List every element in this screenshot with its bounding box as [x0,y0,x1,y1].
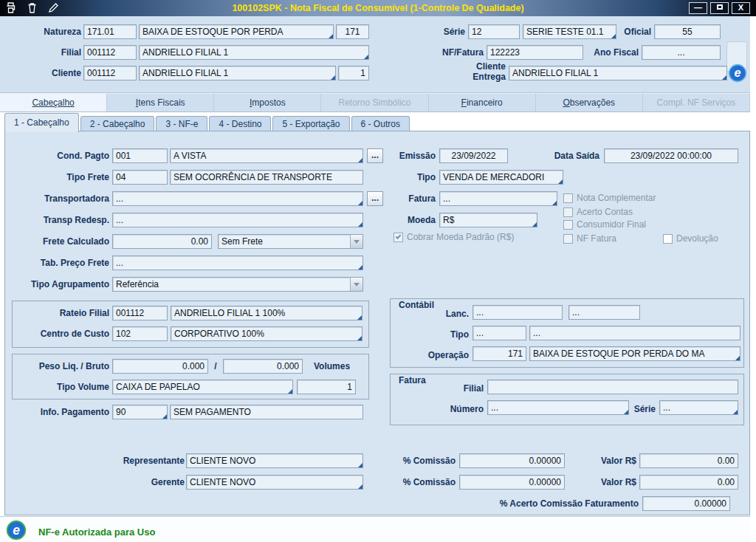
data-saida-field[interactable]: 23/09/2022 00:00:00 [604,148,738,163]
emissao-field[interactable]: 23/09/2022 [439,148,508,163]
valor-ger-field[interactable]: 0.00 [639,475,738,490]
subtab-4-destino[interactable]: 4 - Destino [209,116,271,131]
maximize-button[interactable] [710,2,729,14]
comissao-rep-label: % Comissão [382,453,456,468]
tab-itens-fiscais[interactable]: Itens Fiscais [107,94,214,112]
nf-fatura-checkbox[interactable] [563,234,573,244]
valor-rep-field[interactable]: 0.00 [639,453,738,468]
delete-icon[interactable] [26,1,38,14]
representante-field[interactable]: CLIENTE NOVO [186,453,363,468]
minimize-button[interactable]: — [689,2,707,14]
tab-observacoes[interactable]: Observações [536,94,643,112]
peso-bruto-field[interactable]: 0.000 [223,359,303,374]
cond-pagto-desc-field[interactable]: A VISTA [170,148,363,163]
nota-complementar-checkbox[interactable] [563,193,573,203]
lanc-field-1[interactable]: ... [472,305,563,320]
fatura-serie-field[interactable]: ... [659,400,738,415]
filial-desc-field[interactable]: ANDRIELLO FILIAL 1 [139,45,369,60]
consumidor-final-checkbox[interactable] [563,220,573,230]
serie-desc-field[interactable]: SERIE TESTE 01.1 [523,24,616,39]
cobrar-moeda-checkbox[interactable] [394,233,403,242]
tab-financeiro[interactable]: Financeiro [429,94,536,112]
status-message: NF-e Autorizada para Uso [38,526,155,538]
tab-compl-nf-servicos: Compl. NF Serviços [643,94,750,112]
gerente-label: Gerente [79,475,185,490]
cliente-desc-field[interactable]: ANDRIELLO FILIAL 1 [139,66,336,80]
oficial-field[interactable]: 55 [654,24,721,39]
contabil-tipo-field-1[interactable]: ... [472,326,526,340]
natureza-num-field[interactable]: 171 [336,24,369,39]
frete-calculado-label: Frete Calculado [15,234,109,249]
chevron-down-icon [354,240,360,244]
nf-fatura-label: NF Fatura [577,233,616,244]
subtab-1-cabecalho[interactable]: 1 - Cabeçalho [4,113,79,132]
lanc-field-2[interactable]: ... [568,305,640,320]
volume-qty-field[interactable]: 1 [297,380,356,394]
cliente-loja-field[interactable]: 1 [338,66,369,80]
subtab-5-exportacao[interactable]: 5 - Exportação [272,116,349,131]
subtab-6-outros[interactable]: 6 - Outros [351,116,410,131]
close-button[interactable]: X [732,2,750,14]
tab-preco-frete-field[interactable]: ... [112,255,363,270]
tipo-frete-code-field[interactable]: 04 [112,170,168,185]
nf-fatura-field[interactable]: 122223 [487,45,583,60]
fatura-numero-field[interactable]: ... [487,400,629,415]
tab-preco-frete-label: Tab. Preço Frete [15,255,109,270]
edit-icon[interactable] [47,1,60,14]
tab-impostos[interactable]: Impostos [214,94,321,112]
ano-fiscal-label: Ano Fiscal [585,45,639,60]
oficial-label: Oficial [613,24,651,39]
subtab-3-nfe[interactable]: 3 - NF-e [156,116,207,131]
comissao-rep-field[interactable]: 0.00000 [459,453,565,468]
app-window: 100102SPK - Nota Fiscal de Consumível (1… [0,0,756,542]
subtab-2-cabecalho[interactable]: 2 - Cabeçalho [80,116,155,131]
moeda-field[interactable]: R$ [439,213,537,227]
rateio-filial-label: Rateio Filial [15,306,109,320]
rateio-filial-desc-field[interactable]: ANDRIELLO FILIAL 1 100% [171,306,362,320]
transp-redesp-field[interactable]: ... [112,213,363,227]
acerto-comissao-label: % Acerto Comissão Faturamento [286,496,639,511]
centro-custo-desc-field[interactable]: CORPORATIVO 100% [171,326,362,341]
nfe-status-icon: e [6,520,27,541]
contabil-tipo-field-2[interactable]: ... [529,326,740,340]
print-icon[interactable] [4,1,17,14]
tipo-frete-desc-field[interactable]: SEM OCORRÊNCIA DE TRANSPORTE [170,170,363,185]
comissao-ger-field[interactable]: 0.00000 [459,475,565,490]
rateio-filial-code-field[interactable]: 001112 [112,306,168,320]
tipo-field[interactable]: VENDA DE MERCADORI [439,170,563,185]
operacao-desc-field[interactable]: BAIXA DE ESTOQUE POR PERDA DO MA [529,346,740,361]
info-pagamento-code-field[interactable]: 90 [112,405,168,419]
acerto-contas-checkbox[interactable] [563,207,573,217]
fatura-field[interactable]: ... [439,191,557,206]
devolucao-checkbox[interactable] [663,234,673,244]
frete-tipo-dropdown-button[interactable] [350,235,362,248]
tipo-agrupamento-label: Tipo Agrupamento [15,277,109,292]
filial-code-field[interactable]: 001112 [83,45,137,60]
title-bar: 100102SPK - Nota Fiscal de Consumível (1… [0,0,756,16]
tipo-volume-field[interactable]: CAIXA DE PAPELAO [112,380,293,394]
centro-custo-code-field[interactable]: 102 [112,326,168,341]
transportadora-field[interactable]: ... [112,191,363,206]
info-pagamento-desc-field[interactable]: SEM PAGAMENTO [170,405,363,419]
serie-code-field[interactable]: 12 [468,24,520,39]
status-bar: e NF-e Autorizada para Uso [0,516,750,542]
ano-fiscal-field[interactable]: ... [642,45,721,60]
cliente-entrega-field[interactable]: ANDRIELLO FILIAL 1 [509,66,727,80]
natureza-code-field[interactable]: 171.01 [83,24,137,39]
nota-complementar-checkbox-row: Nota Complementar [563,192,656,204]
tab-cabecalho[interactable]: Cabeçalho [0,94,107,112]
tipo-agrupamento-select[interactable]: Referência [112,277,363,292]
nf-fatura-checkbox-row: NF Fatura [563,233,616,244]
gerente-field[interactable]: CLIENTE NOVO [186,475,363,490]
frete-calculado-field[interactable]: 0.00 [112,234,212,249]
natureza-desc-field[interactable]: BAIXA DE ESTOQUE POR PERDA [139,24,334,39]
peso-liquido-field[interactable]: 0.000 [112,359,208,374]
cliente-code-field[interactable]: 001112 [83,66,137,80]
tipo-agrupamento-dropdown-button[interactable] [350,278,362,291]
nfe-logo-icon[interactable]: e [728,64,747,83]
acerto-comissao-field[interactable]: 0.00000 [642,496,730,511]
frete-tipo-select[interactable]: Sem Frete [218,234,363,249]
fatura-filial-field[interactable] [487,380,738,394]
cond-pagto-code-field[interactable]: 001 [112,148,168,163]
operacao-code-field[interactable]: 171 [472,346,526,361]
